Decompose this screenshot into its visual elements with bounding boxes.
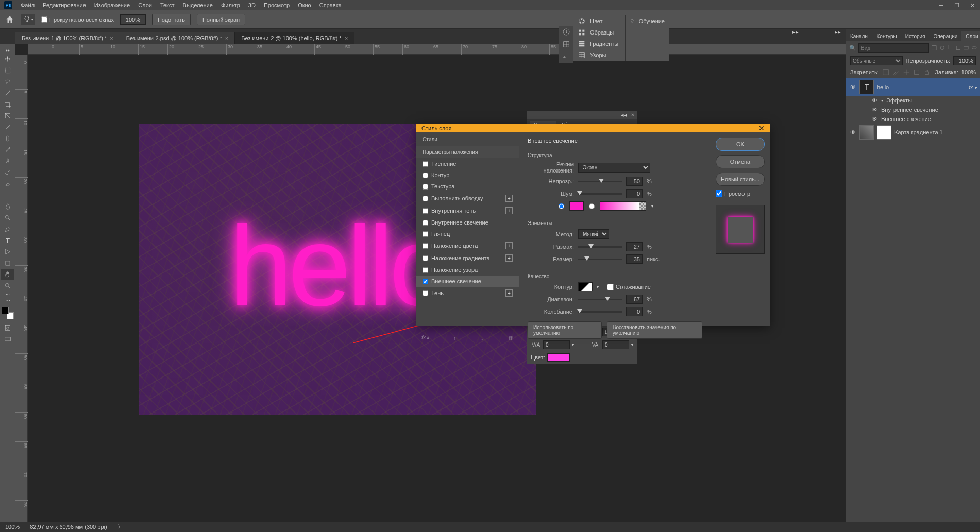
contour-picker[interactable] [578,282,593,291]
tab-paths[interactable]: Контуры [873,31,901,41]
heal-tool[interactable] [1,133,14,144]
crop-tool[interactable] [1,99,14,110]
blend-mode-select[interactable]: Обычные [850,56,903,65]
fit-button[interactable]: Подогнать [152,14,191,25]
menu-help[interactable]: Справка [315,1,346,10]
layer-effect[interactable]: 👁Внешнее свечение [846,114,980,124]
hand-tool[interactable] [1,269,14,280]
move-up-icon[interactable]: ↑ [453,335,457,341]
noise-slider[interactable] [578,193,622,195]
chevron-right-icon[interactable]: 〉 [117,523,123,531]
blend-mode-select[interactable]: Экран [578,163,650,173]
filter-image-icon[interactable] [931,44,937,52]
fill-value[interactable]: 100% [961,69,976,75]
lock-brush-icon[interactable] [892,68,900,76]
add-instance-icon[interactable]: + [505,289,513,297]
dropdown-item-gradients[interactable]: Градиенты [573,38,625,49]
expand-icon[interactable]: ▸▸ [1,46,14,54]
type-icon[interactable]: A [562,53,570,61]
window-maximize-icon[interactable]: ☐ [949,0,965,10]
marquee-tool[interactable] [1,65,14,76]
glow-color-radio[interactable] [559,203,564,209]
glow-color-swatch[interactable] [569,201,584,211]
layer-item[interactable]: 👁 Карта градиента 1 [846,124,980,141]
dialog-titlebar[interactable]: Стиль слоя ✕ [416,124,770,132]
path-tool[interactable] [1,246,14,258]
gradient-tool[interactable] [1,190,14,201]
status-zoom[interactable]: 100% [5,524,20,530]
dropdown-item-patterns[interactable]: Узоры [573,49,625,61]
grid-icon[interactable] [562,40,570,48]
move-tool[interactable] [1,54,14,65]
style-option[interactable]: Наложение градиента+ [416,252,519,264]
blur-tool[interactable] [1,201,14,212]
stamp-tool[interactable] [1,156,14,167]
close-icon[interactable]: × [225,35,228,41]
eraser-tool[interactable] [1,178,14,190]
style-checkbox[interactable] [423,161,428,167]
visibility-icon[interactable]: 👁 [849,129,856,135]
opacity-value[interactable]: 100% [953,56,976,65]
jitter-slider[interactable] [578,311,622,313]
menu-filter[interactable]: Фильтр [217,1,244,10]
menu-window[interactable]: Окно [294,1,315,10]
document-tab[interactable]: Без имени-2.psd @ 100% (RGB/8#) *× [120,32,235,44]
style-checkbox[interactable] [423,290,428,296]
scroll-all-checkbox[interactable]: Прокрутка во всех окнах [41,16,114,23]
style-checkbox[interactable] [423,220,428,226]
lock-position-icon[interactable] [903,68,910,76]
lock-pixels-icon[interactable] [882,68,889,76]
collapse-icon[interactable]: ▸▸ [835,29,841,36]
jitter-value[interactable]: 0 [626,307,643,316]
window-minimize-icon[interactable]: ─ [934,0,949,10]
tab-history[interactable]: История [901,31,930,41]
opacity-value[interactable]: 50 [626,177,643,186]
layer-filter-input[interactable] [858,43,929,53]
filter-smart-icon[interactable] [963,44,969,52]
style-option[interactable]: Выполнить обводку+ [416,192,519,204]
style-checkbox[interactable] [423,231,428,237]
add-instance-icon[interactable]: + [505,242,513,249]
filter-shape-icon[interactable] [955,44,961,52]
preview-checkbox[interactable]: Просмотр [716,190,765,197]
style-checkbox[interactable] [423,196,428,201]
menu-3d[interactable]: 3D [244,1,260,10]
size-value[interactable]: 35 [626,254,643,264]
antialias-checkbox[interactable]: Сглаживание [607,284,651,290]
style-checkbox[interactable] [423,279,428,284]
add-instance-icon[interactable]: + [505,207,513,214]
edit-toolbar-icon[interactable]: ⋯ [1,297,14,304]
style-option[interactable]: Внутреннее свечение [416,217,519,228]
menu-edit[interactable]: Редактирование [39,1,90,10]
history-brush-tool[interactable] [1,167,14,178]
document-tab[interactable]: Без имени-2 @ 100% (hello, RGB/8#) *× [235,32,354,44]
dropdown-item-learn[interactable]: Обучение [626,15,669,27]
style-option[interactable]: Контур [416,169,519,181]
document-tab[interactable]: Без имени-1 @ 100% (RGB/8#) *× [15,32,120,44]
shape-tool[interactable] [1,258,14,269]
dropdown-item-swatches[interactable]: Образцы [573,27,625,38]
blending-options[interactable]: Параметры наложения [416,146,519,158]
filter-adjust-icon[interactable] [939,44,945,52]
menu-view[interactable]: Просмотр [260,1,294,10]
layer-item[interactable]: 👁 T hello fx ▾ [846,78,980,96]
collapse-icon[interactable]: ◂◂ [621,112,627,118]
lock-artboard-icon[interactable] [913,68,920,76]
style-checkbox[interactable] [423,267,428,273]
new-style-button[interactable]: Новый стиль... [716,173,765,186]
style-option[interactable]: Тиснение [416,158,519,169]
opacity-slider[interactable] [578,181,622,182]
fullscreen-button[interactable]: Полный экран [197,14,245,25]
info-icon[interactable] [562,28,570,36]
menu-image[interactable]: Изображение [90,1,134,10]
dropdown-item-color[interactable]: Цвет [573,15,625,27]
make-default-button[interactable]: Использовать по умолчанию [528,321,602,339]
style-checkbox[interactable] [423,173,428,178]
glow-gradient-radio[interactable] [589,203,595,209]
current-tool-icon[interactable]: ▾ [21,14,35,25]
eyedropper-tool[interactable] [1,122,14,133]
status-docinfo[interactable]: 82,97 мм x 60,96 мм (300 ppi) [30,524,107,530]
layer-name[interactable]: hello [877,84,966,90]
tab-layers[interactable]: Слои [961,31,980,41]
zoom-field[interactable]: 100% [120,14,146,25]
